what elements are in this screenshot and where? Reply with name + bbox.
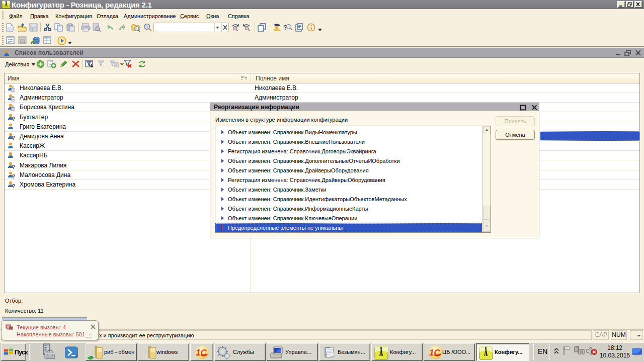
svg-text:?: ? — [12, 164, 16, 169]
svg-text:?: ? — [12, 183, 16, 189]
svg-text:?: ? — [12, 116, 16, 121]
svg-text:?: ? — [12, 173, 16, 179]
svg-text:?: ? — [12, 135, 16, 140]
